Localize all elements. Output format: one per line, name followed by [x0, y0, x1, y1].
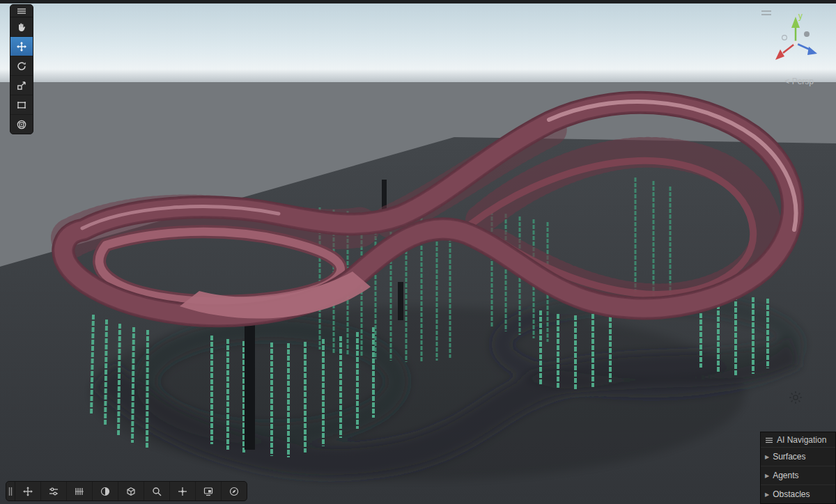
- tools-overlay: [10, 4, 33, 134]
- scene-viewport[interactable]: [0, 0, 836, 504]
- mid-pole-lower: [398, 282, 403, 320]
- screen-cube-icon: [203, 486, 214, 497]
- ai-navigation-header[interactable]: AI Navigation: [761, 432, 835, 447]
- transform-tool-button[interactable]: [10, 115, 33, 134]
- scale-icon: [16, 80, 27, 91]
- snap-settings-button[interactable]: [41, 482, 67, 501]
- crosshair-icon: [177, 486, 188, 497]
- rect-tool-icon: [16, 100, 27, 111]
- shading-mode-button[interactable]: [93, 482, 118, 501]
- hand-icon: [16, 22, 27, 33]
- ai-row-label: Obstacles: [773, 489, 810, 499]
- tools-overlay-menu-icon[interactable]: [10, 5, 33, 17]
- search-icon: [151, 486, 162, 497]
- ai-row-agents[interactable]: ▶ Agents: [761, 466, 835, 485]
- gizmo-y-axis-label: y: [798, 11, 803, 21]
- grid-lines-icon: [74, 486, 85, 497]
- gizmos-button[interactable]: [170, 482, 196, 501]
- move-overlay-button[interactable]: [15, 482, 41, 501]
- ai-row-surfaces[interactable]: ▶ Surfaces: [761, 447, 835, 466]
- ai-row-obstacles[interactable]: ▶ Obstacles: [761, 485, 835, 503]
- disclosure-triangle-icon: ▶: [765, 491, 769, 498]
- effects-button[interactable]: [118, 482, 144, 501]
- rect-tool-button[interactable]: [10, 95, 33, 115]
- unity-scene-view: AI Navigation ▶ Surfaces ▶ Agents ▶ Obst…: [0, 0, 836, 504]
- move-icon: [22, 486, 33, 497]
- neg-axis-handle[interactable]: [804, 31, 810, 37]
- ai-row-label: Surfaces: [773, 452, 805, 462]
- toolbar-drag-handle[interactable]: [6, 482, 15, 501]
- transform-icon: [16, 119, 27, 130]
- move-tool-button[interactable]: [10, 37, 33, 56]
- panel-menu-icon: [765, 437, 773, 443]
- move-icon: [16, 41, 27, 52]
- orientation-gizmo[interactable]: [765, 11, 826, 75]
- z-axis-cone[interactable]: [807, 47, 817, 55]
- orientation-button[interactable]: [222, 482, 247, 501]
- x-axis-cone[interactable]: [775, 49, 784, 60]
- disclosure-triangle-icon: ▶: [765, 473, 769, 479]
- neg-axis-handle[interactable]: [782, 36, 787, 40]
- ai-panel-title: AI Navigation: [777, 435, 826, 445]
- sliders-icon: [48, 486, 59, 497]
- cube-icon: [125, 486, 137, 497]
- projection-mode-label[interactable]: < Persp: [784, 77, 814, 86]
- contrast-circle-icon: [100, 486, 111, 497]
- camera-preview-button[interactable]: [196, 482, 222, 501]
- scene-view-toolbar: [6, 481, 247, 501]
- grid-visibility-button[interactable]: [67, 482, 93, 501]
- search-button[interactable]: [144, 482, 170, 501]
- sky: [0, 0, 836, 86]
- pan-tool-button[interactable]: [10, 17, 33, 37]
- compass-icon: [229, 486, 240, 497]
- disclosure-triangle-icon: ▶: [765, 454, 769, 460]
- gizmo-center[interactable]: [793, 40, 798, 45]
- rotate-tool-button[interactable]: [10, 56, 33, 76]
- ai-navigation-panel: AI Navigation ▶ Surfaces ▶ Agents ▶ Obst…: [760, 432, 836, 504]
- window-top-strip: [0, 0, 836, 3]
- scale-tool-button[interactable]: [10, 76, 33, 95]
- rotate-icon: [16, 61, 27, 72]
- ai-row-label: Agents: [773, 471, 798, 480]
